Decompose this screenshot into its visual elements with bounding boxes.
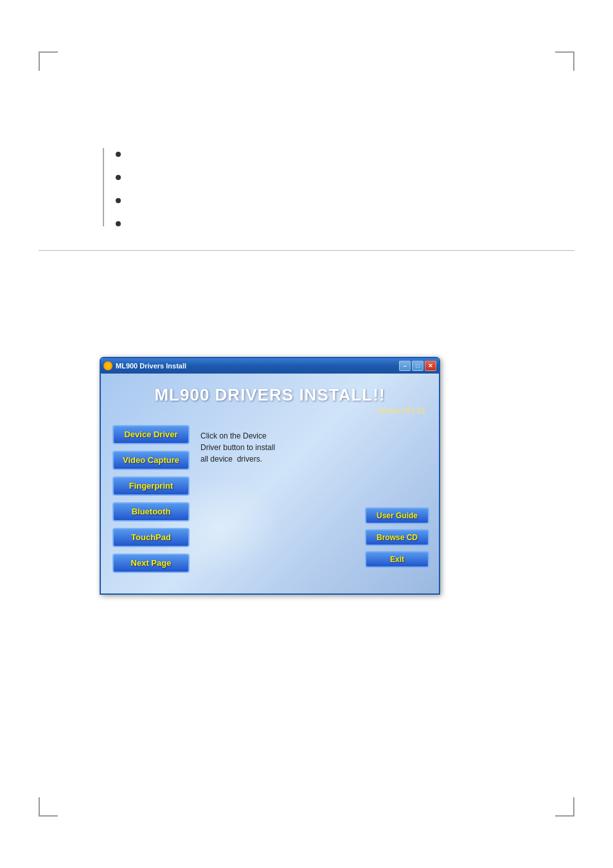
- window-content: ML900 DRIVERS INSTALL!! Version:R1.01 De…: [101, 374, 439, 593]
- next-page-button[interactable]: Next Page: [112, 554, 190, 573]
- device-driver-button[interactable]: Device Driver: [112, 425, 190, 444]
- application-window: ML900 Drivers Install – □ ✕ ML900 DRIVER…: [100, 357, 440, 595]
- exit-button[interactable]: Exit: [365, 551, 429, 568]
- fingerprint-button[interactable]: Fingerprint: [112, 476, 190, 496]
- bullet-section: [103, 148, 510, 240]
- left-button-group: Device Driver Video Capture Fingerprint …: [112, 425, 190, 573]
- bullet-dot-3: [116, 198, 121, 203]
- bullet-item-2: [103, 171, 510, 180]
- corner-border-br-v: [573, 797, 574, 817]
- corner-border-bl-v: [39, 797, 40, 817]
- title-bar-left: ML900 Drivers Install: [103, 361, 186, 370]
- corner-border-tl-v: [39, 51, 40, 71]
- close-button[interactable]: ✕: [425, 361, 436, 371]
- corner-border-tr-h: [555, 51, 574, 53]
- bluetooth-button[interactable]: Bluetooth: [112, 502, 190, 521]
- screenshot-area: ML900 Drivers Install – □ ✕ ML900 DRIVER…: [100, 357, 440, 595]
- corner-border-bl-h: [39, 815, 58, 817]
- app-title: ML900 DRIVERS INSTALL!!: [101, 374, 439, 405]
- window-title-text: ML900 Drivers Install: [116, 362, 186, 370]
- bullet-item-4: [103, 217, 510, 226]
- user-guide-button[interactable]: User Guide: [365, 507, 429, 524]
- maximize-button[interactable]: □: [412, 361, 423, 371]
- video-capture-button[interactable]: Video Capture: [112, 451, 190, 470]
- title-bar: ML900 Drivers Install – □ ✕: [101, 358, 439, 374]
- description-text: Click on the DeviceDriver button to inst…: [200, 430, 275, 465]
- app-version: Version:R1.01: [101, 406, 439, 415]
- bottom-divider: [39, 250, 574, 251]
- bullet-vertical-line: [103, 148, 104, 226]
- right-button-group: User Guide Browse CD Exit: [365, 507, 429, 568]
- bullet-dot-2: [116, 175, 121, 180]
- app-icon: [103, 361, 112, 370]
- corner-border-tr-v: [573, 51, 574, 71]
- browse-cd-button[interactable]: Browse CD: [365, 529, 429, 546]
- touchpad-button[interactable]: TouchPad: [112, 528, 190, 547]
- bullet-dot-4: [116, 221, 121, 226]
- bullet-item-1: [103, 148, 510, 157]
- window-controls[interactable]: – □ ✕: [399, 361, 436, 371]
- corner-border-tl-h: [39, 51, 58, 53]
- bullet-dot-1: [116, 152, 121, 157]
- corner-border-br-h: [555, 815, 574, 817]
- bullet-item-3: [103, 194, 510, 203]
- minimize-button[interactable]: –: [399, 361, 411, 371]
